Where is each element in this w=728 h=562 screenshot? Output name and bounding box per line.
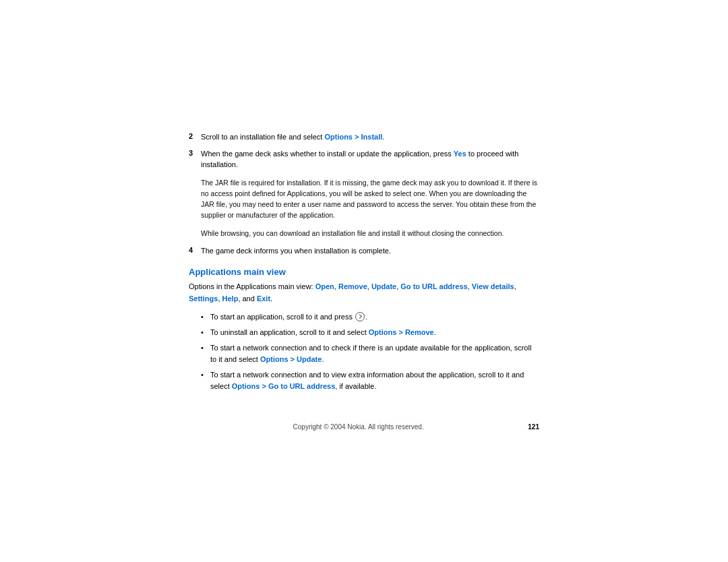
note-block-2: While browsing, you can download an inst…	[201, 228, 539, 239]
step-4-text: The game deck informs you when installat…	[201, 247, 391, 255]
page-footer: Copyright © 2004 Nokia. All rights reser…	[189, 419, 539, 431]
step-3-content: When the game deck asks whether to insta…	[201, 148, 539, 170]
footer-page-number: 121	[528, 423, 539, 431]
bullet-text-3: To start a network connection and to che…	[210, 342, 539, 365]
option-url-address[interactable]: Go to URL address	[400, 282, 467, 290]
note-block-1: The JAR file is required for installatio…	[201, 177, 539, 221]
bullet-dot-4: •	[201, 369, 210, 381]
bullet-3-before: To start a network connection and to che…	[210, 344, 531, 363]
step-2: 2 Scroll to an installation file and sel…	[189, 131, 539, 143]
bullet-dot-3: •	[201, 342, 210, 354]
step-3-number: 3	[189, 148, 201, 157]
bullet-list: • To start an application, scroll to it …	[201, 311, 539, 392]
bullet-dot-2: •	[201, 327, 210, 338]
step-3-text-before: When the game deck asks whether to insta…	[201, 150, 454, 158]
option-settings[interactable]: Settings	[189, 294, 218, 303]
bullet-3-link[interactable]: Options > Update	[260, 355, 322, 363]
bullet-item-2: • To uninstall an application, scroll to…	[201, 327, 539, 338]
step-4: 4 The game deck informs you when install…	[189, 245, 539, 257]
step-4-content: The game deck informs you when installat…	[201, 245, 539, 257]
option-update[interactable]: Update	[371, 282, 396, 290]
bullet-2-link[interactable]: Options > Remove	[369, 328, 434, 336]
step-2-link[interactable]: Options > Install	[324, 133, 382, 141]
bullet-text-1: To start an application, scroll to it an…	[210, 311, 539, 323]
step-3: 3 When the game deck asks whether to ins…	[189, 148, 539, 170]
options-end: , and	[238, 294, 257, 303]
bullet-text-4: To start a network connection and to vie…	[210, 369, 539, 392]
bullet-1-after: .	[365, 313, 367, 321]
scroll-confirm-icon	[355, 312, 365, 321]
options-sep5: ,	[514, 282, 516, 290]
note-2-text: While browsing, you can download an inst…	[201, 229, 504, 237]
bullet-item-1: • To start an application, scroll to it …	[201, 311, 539, 323]
bullet-4-link[interactable]: Options > Go to URL address	[232, 382, 336, 390]
bullet-dot-1: •	[201, 311, 210, 323]
option-help[interactable]: Help	[222, 294, 239, 303]
step-4-number: 4	[189, 245, 201, 254]
bullet-item-3: • To start a network connection and to c…	[201, 342, 539, 365]
bullet-item-4: • To start a network connection and to v…	[201, 369, 539, 392]
option-open[interactable]: Open	[315, 282, 334, 290]
step-3-link-yes[interactable]: Yes	[454, 150, 466, 158]
option-remove[interactable]: Remove	[338, 282, 367, 290]
option-view-details[interactable]: View details	[472, 282, 514, 290]
footer-copyright: Copyright © 2004 Nokia. All rights reser…	[189, 423, 528, 431]
bullet-text-2: To uninstall an application, scroll to i…	[210, 327, 539, 338]
bullet-3-after: .	[322, 355, 324, 363]
note-1-text: The JAR file is required for installatio…	[201, 179, 537, 220]
step-2-text-after: .	[382, 133, 384, 141]
options-before: Options in the Applications main view:	[189, 282, 315, 290]
option-exit[interactable]: Exit	[257, 294, 270, 303]
section-heading: Applications main view	[189, 267, 539, 277]
bullet-2-before: To uninstall an application, scroll to i…	[210, 328, 369, 336]
options-line: Options in the Applications main view: O…	[189, 281, 539, 304]
page-container: 2 Scroll to an installation file and sel…	[189, 118, 539, 444]
bullet-2-after: .	[434, 328, 436, 336]
step-2-number: 2	[189, 131, 201, 140]
options-period: .	[270, 294, 272, 303]
step-2-content: Scroll to an installation file and selec…	[201, 131, 539, 143]
step-2-text-before: Scroll to an installation file and selec…	[201, 133, 324, 141]
bullet-4-after: , if available.	[335, 382, 376, 390]
bullet-1-before: To start an application, scroll to it an…	[210, 313, 355, 321]
